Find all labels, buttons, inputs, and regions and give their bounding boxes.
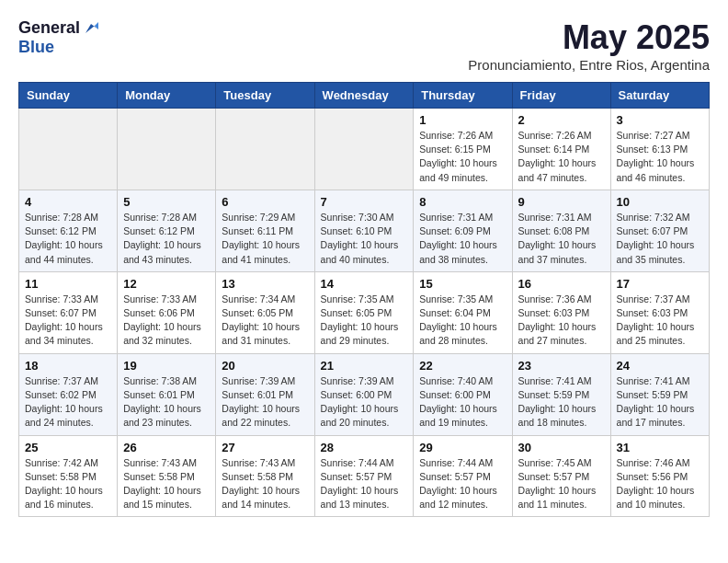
svg-marker-1 [95,22,98,29]
day-info: Sunrise: 7:43 AMSunset: 5:58 PMDaylight:… [123,456,210,512]
header-monday: Monday [118,83,216,109]
day-cell: 21Sunrise: 7:39 AMSunset: 6:00 PMDayligh… [314,353,414,435]
logo: General Blue [18,18,98,57]
day-info: Sunrise: 7:35 AMSunset: 6:04 PMDaylight:… [419,293,506,349]
header-row: SundayMondayTuesdayWednesdayThursdayFrid… [19,83,710,109]
header-tuesday: Tuesday [216,83,314,109]
day-cell: 19Sunrise: 7:38 AMSunset: 6:01 PMDayligh… [118,353,216,435]
day-cell: 30Sunrise: 7:45 AMSunset: 5:57 PMDayligh… [512,435,610,517]
week-row-3: 11Sunrise: 7:33 AMSunset: 6:07 PMDayligh… [19,271,710,353]
day-cell: 13Sunrise: 7:34 AMSunset: 6:05 PMDayligh… [216,271,314,353]
day-cell: 12Sunrise: 7:33 AMSunset: 6:06 PMDayligh… [118,271,216,353]
day-cell: 16Sunrise: 7:36 AMSunset: 6:03 PMDayligh… [512,271,610,353]
day-cell: 1Sunrise: 7:26 AMSunset: 6:15 PMDaylight… [414,109,512,190]
day-cell: 18Sunrise: 7:37 AMSunset: 6:02 PMDayligh… [19,353,118,435]
day-number: 3 [617,113,703,127]
day-info: Sunrise: 7:44 AMSunset: 5:57 PMDaylight:… [321,456,408,512]
day-number: 23 [518,359,605,373]
day-cell: 26Sunrise: 7:43 AMSunset: 5:58 PMDayligh… [118,435,216,517]
logo-blue: Blue [18,38,54,56]
day-number: 1 [419,113,506,127]
day-number: 6 [222,195,308,209]
day-info: Sunrise: 7:42 AMSunset: 5:58 PMDaylight:… [25,456,111,512]
day-number: 2 [518,113,605,127]
day-info: Sunrise: 7:26 AMSunset: 6:15 PMDaylight:… [419,129,506,185]
day-number: 28 [321,441,408,454]
day-cell: 31Sunrise: 7:46 AMSunset: 5:56 PMDayligh… [610,435,709,517]
day-number: 22 [419,359,506,373]
day-info: Sunrise: 7:45 AMSunset: 5:57 PMDaylight:… [518,456,605,512]
day-info: Sunrise: 7:32 AMSunset: 6:07 PMDaylight:… [617,211,703,267]
week-row-2: 4Sunrise: 7:28 AMSunset: 6:12 PMDaylight… [19,190,710,271]
day-cell: 24Sunrise: 7:41 AMSunset: 5:59 PMDayligh… [610,353,709,435]
day-number: 25 [25,441,111,454]
day-number: 11 [25,277,111,291]
day-info: Sunrise: 7:28 AMSunset: 6:12 PMDaylight:… [25,211,111,267]
day-cell: 27Sunrise: 7:43 AMSunset: 5:58 PMDayligh… [216,435,314,517]
logo-bird-icon [82,20,98,37]
day-number: 19 [123,359,210,373]
day-info: Sunrise: 7:39 AMSunset: 6:00 PMDaylight:… [321,374,408,431]
day-info: Sunrise: 7:35 AMSunset: 6:05 PMDaylight:… [321,293,408,349]
day-cell: 5Sunrise: 7:28 AMSunset: 6:12 PMDaylight… [118,190,216,271]
day-cell: 29Sunrise: 7:44 AMSunset: 5:57 PMDayligh… [414,435,512,517]
day-cell [19,109,118,190]
page-header: General Blue May 2025 Pronunciamiento, E… [18,18,710,73]
header-wednesday: Wednesday [314,83,414,109]
day-cell: 9Sunrise: 7:31 AMSunset: 6:08 PMDaylight… [512,190,610,271]
week-row-5: 25Sunrise: 7:42 AMSunset: 5:58 PMDayligh… [19,435,710,517]
day-number: 17 [617,277,703,291]
day-info: Sunrise: 7:33 AMSunset: 6:06 PMDaylight:… [123,293,210,349]
day-info: Sunrise: 7:39 AMSunset: 6:01 PMDaylight:… [222,374,308,431]
day-info: Sunrise: 7:29 AMSunset: 6:11 PMDaylight:… [222,211,308,267]
day-cell: 20Sunrise: 7:39 AMSunset: 6:01 PMDayligh… [216,353,314,435]
day-info: Sunrise: 7:37 AMSunset: 6:03 PMDaylight:… [617,293,703,349]
day-info: Sunrise: 7:40 AMSunset: 6:00 PMDaylight:… [419,374,506,431]
calendar-table: SundayMondayTuesdayWednesdayThursdayFrid… [18,82,710,517]
day-cell: 23Sunrise: 7:41 AMSunset: 5:59 PMDayligh… [512,353,610,435]
day-cell: 14Sunrise: 7:35 AMSunset: 6:05 PMDayligh… [314,271,414,353]
day-cell: 11Sunrise: 7:33 AMSunset: 6:07 PMDayligh… [19,271,118,353]
day-info: Sunrise: 7:30 AMSunset: 6:10 PMDaylight:… [321,211,408,267]
day-cell: 15Sunrise: 7:35 AMSunset: 6:04 PMDayligh… [414,271,512,353]
day-number: 20 [222,359,308,373]
day-info: Sunrise: 7:36 AMSunset: 6:03 PMDaylight:… [518,293,605,349]
day-number: 18 [25,359,111,373]
day-cell: 7Sunrise: 7:30 AMSunset: 6:10 PMDaylight… [314,190,414,271]
day-number: 14 [321,277,408,291]
day-cell: 25Sunrise: 7:42 AMSunset: 5:58 PMDayligh… [19,435,118,517]
header-saturday: Saturday [610,83,709,109]
day-cell: 3Sunrise: 7:27 AMSunset: 6:13 PMDaylight… [610,109,709,190]
day-info: Sunrise: 7:34 AMSunset: 6:05 PMDaylight:… [222,293,308,349]
day-info: Sunrise: 7:28 AMSunset: 6:12 PMDaylight:… [123,211,210,267]
week-row-4: 18Sunrise: 7:37 AMSunset: 6:02 PMDayligh… [19,353,710,435]
day-cell: 6Sunrise: 7:29 AMSunset: 6:11 PMDaylight… [216,190,314,271]
day-number: 27 [222,441,308,454]
day-cell: 17Sunrise: 7:37 AMSunset: 6:03 PMDayligh… [610,271,709,353]
day-info: Sunrise: 7:43 AMSunset: 5:58 PMDaylight:… [222,456,308,512]
day-number: 12 [123,277,210,291]
day-info: Sunrise: 7:31 AMSunset: 6:08 PMDaylight:… [518,211,605,267]
day-cell: 8Sunrise: 7:31 AMSunset: 6:09 PMDaylight… [414,190,512,271]
logo-general: General [18,18,80,38]
day-info: Sunrise: 7:44 AMSunset: 5:57 PMDaylight:… [419,456,506,512]
day-cell: 22Sunrise: 7:40 AMSunset: 6:00 PMDayligh… [414,353,512,435]
month-title: May 2025 [468,18,710,57]
day-number: 7 [321,195,408,209]
day-number: 9 [518,195,605,209]
header-thursday: Thursday [414,83,512,109]
day-info: Sunrise: 7:33 AMSunset: 6:07 PMDaylight:… [25,293,111,349]
day-number: 21 [321,359,408,373]
day-number: 10 [617,195,703,209]
day-cell: 4Sunrise: 7:28 AMSunset: 6:12 PMDaylight… [19,190,118,271]
day-cell: 28Sunrise: 7:44 AMSunset: 5:57 PMDayligh… [314,435,414,517]
day-number: 15 [419,277,506,291]
day-number: 4 [25,195,111,209]
day-number: 31 [617,441,703,454]
title-section: May 2025 Pronunciamiento, Entre Rios, Ar… [468,18,710,73]
day-number: 26 [123,441,210,454]
day-number: 5 [123,195,210,209]
day-info: Sunrise: 7:37 AMSunset: 6:02 PMDaylight:… [25,374,111,431]
day-number: 29 [419,441,506,454]
header-friday: Friday [512,83,610,109]
